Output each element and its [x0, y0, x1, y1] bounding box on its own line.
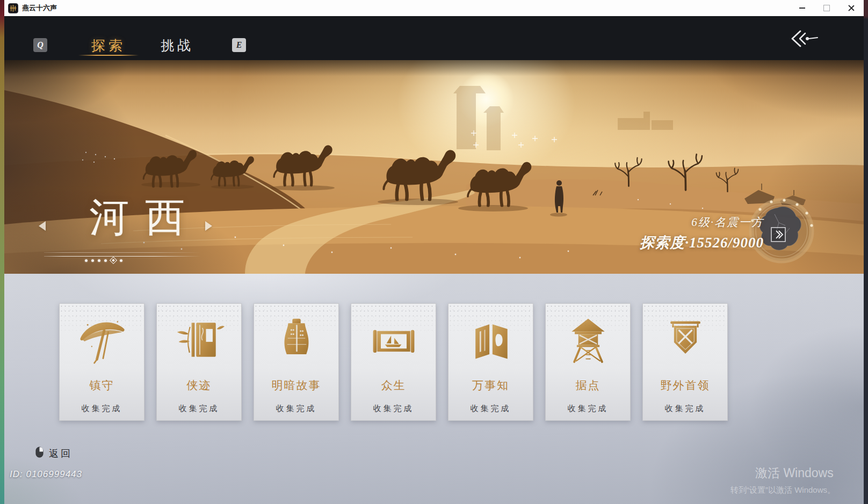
card-status: 收集完成: [254, 404, 338, 414]
page-dot[interactable]: [85, 259, 88, 262]
tab-challenge[interactable]: 挑战: [145, 36, 209, 54]
page-dot[interactable]: [120, 259, 122, 262]
page-dot[interactable]: [91, 259, 94, 262]
watermark-line1: 激活 Windows: [755, 465, 835, 481]
back-label: 返回: [49, 447, 73, 460]
collection-card[interactable]: 据点 收集完成: [545, 303, 631, 421]
region-exploration: 探索度·15526/9000: [640, 233, 764, 252]
card-title: 据点: [546, 378, 630, 393]
player-id: ID: 0106999443: [10, 469, 82, 480]
region-banner: 河西 6级·名震一方 探索度·15526/9000: [4, 60, 864, 274]
card-status: 收集完成: [546, 404, 630, 414]
scroll-sailboat-stamp-icon: [368, 315, 419, 368]
door-bamboo-stamp-icon: [173, 315, 225, 368]
bronze-bell-stamp-icon: [271, 315, 322, 368]
region-prev-arrow-icon[interactable]: [39, 221, 46, 231]
banner-swords-stamp-icon: [660, 315, 711, 368]
region-progress: 6级·名震一方 探索度·15526/9000: [640, 215, 764, 252]
card-title: 野外首领: [643, 378, 727, 393]
window-title: 燕云十六声: [22, 3, 57, 13]
card-title: 众生: [351, 378, 436, 393]
parasol-sword-stamp-icon: [76, 315, 128, 368]
region-name: 河西: [89, 195, 201, 240]
collection-panel: 镇守 收集完成: [4, 274, 864, 504]
desktop-edge-right: [864, 0, 868, 504]
double-chevron-left-icon[interactable]: [789, 28, 819, 52]
exploration-value: 15526/9000: [689, 235, 764, 251]
tab-explore[interactable]: 探索: [76, 36, 141, 55]
card-title: 镇守: [60, 378, 144, 393]
watchtower-stamp-icon: [562, 315, 614, 368]
game-viewport: Q 探索 挑战 E: [4, 16, 864, 504]
top-navbar: Q 探索 挑战 E: [4, 16, 864, 60]
game-window: 燕云十六声 Q 探索 挑战 E: [4, 0, 864, 504]
watermark-line2: 转到“设置”以激活 Windows。: [730, 485, 835, 495]
minimize-icon[interactable]: [790, 0, 814, 16]
key-hint-q[interactable]: Q: [33, 38, 47, 52]
collection-card[interactable]: 侠迹 收集完成: [156, 303, 242, 421]
card-status: 收集完成: [643, 404, 727, 414]
card-status: 收集完成: [157, 404, 241, 414]
exploration-label: 探索度·: [640, 235, 689, 251]
desktop-edge-left: [0, 0, 4, 504]
collection-card[interactable]: 野外首领 收集完成: [642, 303, 728, 421]
card-status: 收集完成: [351, 404, 436, 414]
key-hint-e[interactable]: E: [232, 38, 246, 52]
maximize-icon[interactable]: [814, 0, 839, 16]
region-title-divider: [44, 252, 201, 257]
page-dot[interactable]: [98, 259, 100, 262]
card-title: 明暗故事: [254, 378, 338, 393]
region-pagination: [85, 258, 122, 263]
card-status: 收集完成: [60, 404, 144, 414]
collection-cards-row: 镇守 收集完成: [59, 303, 728, 421]
card-status: 收集完成: [449, 404, 533, 414]
page-dot-active[interactable]: [110, 257, 117, 264]
active-tab-underline: [78, 55, 139, 56]
window-controls: [790, 0, 864, 16]
game-logo-icon: [8, 3, 18, 13]
collection-card[interactable]: 万事知 收集完成: [448, 303, 533, 421]
collection-card[interactable]: 镇守 收集完成: [59, 303, 144, 421]
collection-card[interactable]: 明暗故事 收集完成: [254, 303, 339, 421]
card-title: 万事知: [449, 378, 533, 393]
folding-book-stamp-icon: [465, 315, 517, 368]
titlebar: 燕云十六声: [4, 0, 864, 16]
card-title: 侠迹: [157, 378, 241, 393]
page-dot[interactable]: [104, 259, 107, 262]
back-button[interactable]: 返回: [35, 447, 73, 460]
collection-card[interactable]: 众生 收集完成: [351, 303, 436, 421]
mouse-right-click-icon: [35, 447, 44, 460]
region-next-arrow-icon[interactable]: [205, 221, 212, 231]
expand-map-icon: [771, 228, 785, 242]
close-icon[interactable]: [839, 0, 864, 16]
region-level-badge: 6级·名震一方: [640, 215, 764, 230]
windows-activation-watermark: 激活 Windows 转到“设置”以激活 Windows。: [730, 465, 835, 495]
